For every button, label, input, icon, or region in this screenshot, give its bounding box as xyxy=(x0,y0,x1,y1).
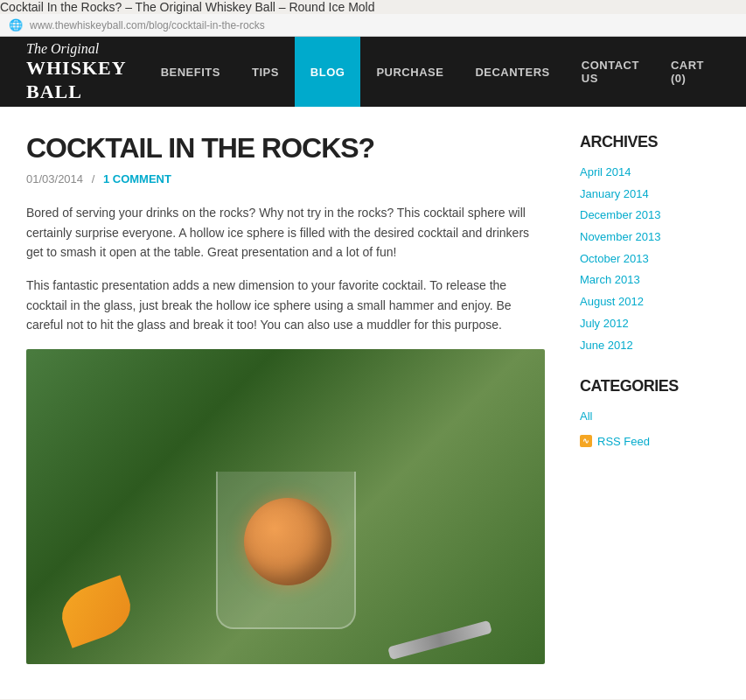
rss-icon: ∿ xyxy=(580,435,592,447)
address-text: www.thewhiskeyball.com/blog/cocktail-in-… xyxy=(30,19,265,32)
nav-tips[interactable]: TIPS xyxy=(236,37,295,107)
archives-title: Archives xyxy=(580,133,720,151)
nav-contact[interactable]: CONTACT US xyxy=(566,37,655,107)
categories-title: Categories xyxy=(580,377,720,396)
article-comment-link[interactable]: 1 COMMENT xyxy=(103,172,171,186)
meta-separator: / xyxy=(92,172,95,186)
address-globe-icon: 🌐 xyxy=(9,18,23,32)
article-paragraph-1: Bored of serving your drinks on the rock… xyxy=(26,203,545,262)
address-domain: www.thewhiskeyball.com xyxy=(30,19,146,32)
archive-august-2012[interactable]: August 2012 xyxy=(580,291,720,313)
archive-november-2013[interactable]: November 2013 xyxy=(580,227,720,248)
archive-january-2014[interactable]: January 2014 xyxy=(580,184,720,206)
logo-bottom: Whiskey Ball xyxy=(26,57,145,103)
address-path: /blog/cocktail-in-the-rocks xyxy=(146,19,265,32)
rss-item: ∿ RSS Feed xyxy=(580,435,720,448)
image-glass xyxy=(216,472,356,629)
site-header: The Original Whiskey Ball BENEFITS TIPS … xyxy=(0,37,746,107)
archive-march-2013[interactable]: March 2013 xyxy=(580,270,720,291)
archive-october-2013[interactable]: October 2013 xyxy=(580,248,720,270)
archive-december-2013[interactable]: December 2013 xyxy=(580,205,720,227)
site-logo: The Original Whiskey Ball xyxy=(26,40,145,103)
logo-top: The Original xyxy=(26,40,145,57)
nav-blog[interactable]: BLOG xyxy=(295,37,361,107)
browser-title-bar: Cocktail In the Rocks? – The Original Wh… xyxy=(0,0,746,14)
archive-april-2014[interactable]: April 2014 xyxy=(580,162,720,184)
article-date: 01/03/2014 xyxy=(26,172,83,186)
nav-purchase[interactable]: PURCHASE xyxy=(360,37,459,107)
browser-title-text: Cocktail In the Rocks? – The Original Wh… xyxy=(0,0,375,14)
category-all[interactable]: All xyxy=(580,406,720,428)
image-orange-decoration xyxy=(54,575,138,648)
content-area: Cocktail In The Rocks? 01/03/2014 / 1 CO… xyxy=(0,107,746,699)
article-image xyxy=(26,349,545,664)
article-body: Bored of serving your drinks on the rock… xyxy=(26,203,545,334)
image-hammer xyxy=(387,620,492,660)
article-meta: 01/03/2014 / 1 COMMENT xyxy=(26,172,545,186)
browser-address-bar[interactable]: 🌐 www.thewhiskeyball.com/blog/cocktail-i… xyxy=(0,14,746,37)
article-title: Cocktail In The Rocks? xyxy=(26,133,545,164)
archive-july-2012[interactable]: July 2012 xyxy=(580,313,720,335)
main-content: Cocktail In The Rocks? 01/03/2014 / 1 CO… xyxy=(26,133,545,664)
nav-benefits[interactable]: BENEFITS xyxy=(145,37,236,107)
archives-list: April 2014 January 2014 December 2013 No… xyxy=(580,162,720,356)
nav-decanters[interactable]: DECANTERS xyxy=(459,37,565,107)
main-container: The Original Whiskey Ball BENEFITS TIPS … xyxy=(0,37,746,699)
site-nav: BENEFITS TIPS BLOG PURCHASE DECANTERS CO… xyxy=(145,37,720,107)
categories-section: Categories All ∿ RSS Feed xyxy=(580,377,720,448)
rss-feed-link[interactable]: RSS Feed xyxy=(597,435,650,448)
sidebar: Archives April 2014 January 2014 Decembe… xyxy=(580,133,720,664)
article-paragraph-2: This fantastic presentation adds a new d… xyxy=(26,276,545,334)
image-ice-ball xyxy=(244,498,331,585)
nav-cart[interactable]: CART (0) xyxy=(655,37,720,107)
archive-june-2012[interactable]: June 2012 xyxy=(580,335,720,357)
